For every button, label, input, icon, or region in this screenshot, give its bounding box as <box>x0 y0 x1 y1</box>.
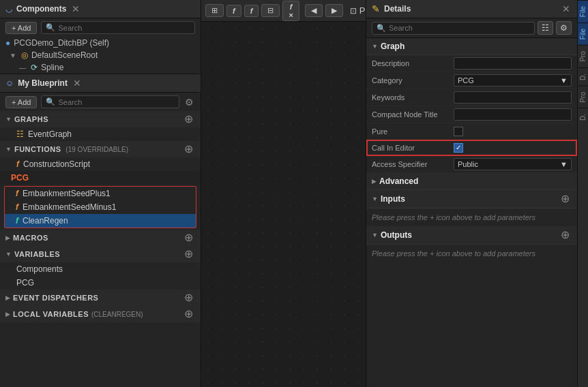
inputs-add-btn[interactable]: ⊕ <box>559 194 572 204</box>
event-dispatchers-arrow: ▶ <box>5 294 10 301</box>
access-specifier-value: Public ▼ <box>454 158 572 170</box>
my-blueprint-close-btn[interactable]: ✕ <box>72 78 83 89</box>
details-close-btn[interactable]: ✕ <box>561 3 572 14</box>
layout-btn[interactable]: ⊟ <box>261 4 280 17</box>
func-btn1[interactable]: f <box>226 5 241 17</box>
func-btn3[interactable]: f × <box>282 1 299 21</box>
local-variables-suffix: (CLEANREGEN) <box>91 311 143 318</box>
edge-tab-pro-2[interactable]: Pro <box>578 86 588 108</box>
tree-item-defaultscene-label: DefaultSceneRoot <box>31 50 98 60</box>
edge-tab-d-2[interactable]: D. <box>578 108 588 126</box>
call-in-editor-checkbox[interactable] <box>454 143 463 153</box>
viewport-canvas[interactable] <box>201 22 366 387</box>
tree-item-spline[interactable]: — ⟳ Spline <box>0 61 201 74</box>
description-input[interactable] <box>454 57 572 69</box>
components-search-input[interactable] <box>58 24 190 32</box>
components-header-left: ◡ Components ✕ <box>5 3 81 14</box>
cleanregen-item[interactable]: f CleanRegen <box>5 214 196 228</box>
my-blueprint-gear-btn[interactable]: ⚙ <box>183 97 195 108</box>
variables-add-btn[interactable]: ⊕ <box>182 249 195 260</box>
left-panel: ◡ Components ✕ + Add 🔍 ● PCGDemo_DitchBP… <box>0 0 201 387</box>
variable-pcg-item[interactable]: PCG <box>0 276 201 290</box>
edge-tab-file-2[interactable]: File <box>578 22 588 45</box>
embankmentseedminus1-icon: f <box>16 202 18 212</box>
my-blueprint-search-input[interactable] <box>58 98 175 106</box>
details-table-btn[interactable]: ☷ <box>538 21 553 35</box>
details-gear-btn[interactable]: ⚙ <box>556 21 572 35</box>
pure-row: Pure <box>366 123 577 140</box>
outputs-category: ▼ Outputs ⊕ Please press the + icon abov… <box>366 226 577 262</box>
my-blueprint-section: ☺ My Blueprint ✕ + Add 🔍 ⚙ ▼ GRAPHS ⊕ <box>0 74 201 387</box>
forward-btn[interactable]: ▶ <box>325 4 343 17</box>
tree-item-defaultscene[interactable]: ▼ ◎ DefaultSceneRoot <box>0 49 201 61</box>
inputs-category-label: Inputs <box>381 194 405 204</box>
advanced-category-header[interactable]: ▶ Advanced <box>366 173 577 190</box>
grid-view-btn[interactable]: ⊞ <box>205 4 224 17</box>
embankmentseedplus1-item[interactable]: f EmbankmentSeedPlus1 <box>5 187 196 200</box>
right-edge-tabs: File File Pro D. Pro D. <box>577 0 588 387</box>
my-bp-search-icon: 🔍 <box>46 97 55 106</box>
my-blueprint-title: My Blueprint <box>18 78 68 88</box>
description-value <box>454 57 572 69</box>
graphs-add-btn[interactable]: ⊕ <box>182 114 195 125</box>
macros-section-header[interactable]: ▶ MACROS ⊕ <box>0 230 201 246</box>
description-label: Description <box>372 59 454 67</box>
eventgraph-item[interactable]: ☷ EventGraph <box>0 127 201 141</box>
components-close-btn[interactable]: ✕ <box>70 3 81 14</box>
variables-arrow: ▼ <box>5 251 12 258</box>
access-specifier-dropdown-arrow: ▼ <box>560 160 568 168</box>
details-title: Details <box>384 4 411 14</box>
graph-category-header[interactable]: ▼ Graph <box>366 38 577 55</box>
func-btn2[interactable]: f <box>244 5 259 17</box>
edge-tab-file-1[interactable]: File <box>578 0 588 22</box>
components-search-icon: 🔍 <box>46 23 55 32</box>
pure-checkbox[interactable] <box>454 127 463 136</box>
back-btn[interactable]: ◀ <box>305 4 323 17</box>
embankmentseedplus1-icon: f <box>16 189 18 198</box>
tree-item-pcgdemo[interactable]: ● PCGDemo_DitchBP (Self) <box>0 37 201 49</box>
tree-item-spline-label: Spline <box>41 63 63 72</box>
event-dispatchers-label: EVENT DISPATCHERS <box>13 294 98 302</box>
compact-node-title-input[interactable] <box>454 108 572 121</box>
details-pencil-icon: ✎ <box>372 3 380 14</box>
my-blueprint-toolbar: + Add 🔍 ⚙ <box>0 93 201 111</box>
components-add-btn[interactable]: + Add <box>5 22 37 34</box>
functions-count: (19 OVERRIDABLE) <box>64 146 129 153</box>
event-dispatchers-add-btn[interactable]: ⊕ <box>182 292 195 303</box>
embankmentseedminus1-label: EmbankmentSeedMinus1 <box>23 202 116 212</box>
graph-category-label: Graph <box>381 42 405 51</box>
keywords-input[interactable] <box>454 91 572 104</box>
compact-node-title-label: Compact Node Title <box>372 110 454 119</box>
local-variables-section-header[interactable]: ▶ LOCAL VARIABLES (CLEANREGEN) ⊕ <box>0 306 201 322</box>
functions-section-header[interactable]: ▼ FUNCTIONS (19 OVERRIDABLE) ⊕ <box>0 141 201 157</box>
functions-add-btn[interactable]: ⊕ <box>182 144 195 155</box>
outputs-category-header[interactable]: ▼ Outputs ⊕ <box>366 226 577 245</box>
edge-tab-pro-1[interactable]: Pro <box>578 45 588 67</box>
inputs-category-header[interactable]: ▼ Inputs ⊕ <box>366 190 577 208</box>
outputs-add-btn[interactable]: ⊕ <box>559 230 572 241</box>
constructionscript-item[interactable]: f ConstructionScript <box>0 157 201 171</box>
access-specifier-dropdown[interactable]: Public ▼ <box>454 158 572 170</box>
macros-arrow: ▶ <box>5 234 10 241</box>
event-dispatchers-section-header[interactable]: ▶ EVENT DISPATCHERS ⊕ <box>0 290 201 306</box>
my-blueprint-add-btn[interactable]: + Add <box>5 96 37 108</box>
pcg-group-header[interactable]: PCG <box>0 171 201 185</box>
my-bp-icon: ☺ <box>5 78 14 88</box>
local-variables-add-btn[interactable]: ⊕ <box>182 309 195 320</box>
variable-components-item[interactable]: Components <box>0 262 201 276</box>
call-in-editor-label: Call In Editor <box>372 144 454 152</box>
details-search-input[interactable] <box>389 24 530 32</box>
macros-add-btn[interactable]: ⊕ <box>182 232 195 243</box>
details-content: ▼ Graph Description Category PCG <box>366 38 577 387</box>
embankmentseedplus1-label: EmbankmentSeedPlus1 <box>23 189 111 198</box>
embankmentseedminus1-item[interactable]: f EmbankmentSeedMinus1 <box>5 200 196 214</box>
local-variables-arrow: ▶ <box>5 311 10 318</box>
inputs-arrow: ▼ <box>372 196 378 202</box>
variables-section-header[interactable]: ▼ VARIABLES ⊕ <box>0 246 201 262</box>
edge-tab-d-1[interactable]: D. <box>578 67 588 86</box>
category-dropdown[interactable]: PCG ▼ <box>454 74 572 87</box>
inputs-hint: Please press the + icon above to add par… <box>372 213 535 221</box>
graphs-section-header[interactable]: ▼ GRAPHS ⊕ <box>0 111 201 127</box>
right-panel: ✎ Details ✕ 🔍 ☷ ⚙ ▼ Graph Descrip <box>366 0 577 387</box>
keywords-row: Keywords <box>366 89 577 106</box>
